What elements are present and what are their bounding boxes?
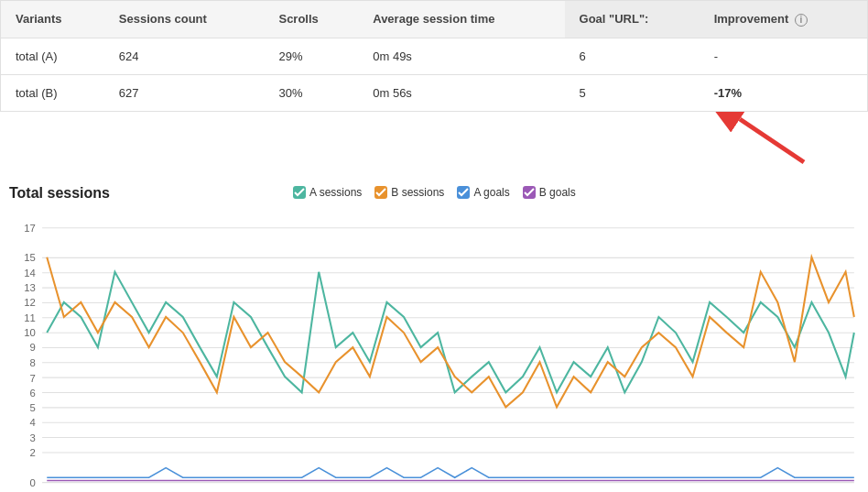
chart-legend: A sessions B sessions A goals B goals: [293, 186, 576, 199]
a-goals-line: [47, 467, 854, 477]
line-chart: 0 2 3 4 5 6 7 8 9 10 11 12 13 14 15 17: [9, 218, 859, 492]
svg-text:14: 14: [24, 268, 36, 279]
svg-text:5: 5: [30, 401, 36, 412]
legend-b-sessions-label: B sessions: [391, 186, 444, 199]
legend-a-sessions[interactable]: A sessions: [293, 186, 362, 199]
legend-b-sessions-color: [374, 186, 387, 199]
variant-a-improvement: -: [700, 38, 868, 74]
variant-a-name: total (A): [1, 38, 104, 74]
red-arrow-svg: [712, 112, 822, 167]
variant-b-name: total (B): [1, 74, 104, 111]
variant-a-scrolls: 29%: [264, 38, 358, 74]
legend-a-goals-label: A goals: [473, 186, 509, 199]
svg-text:6: 6: [30, 387, 36, 398]
variant-b-scrolls: 30%: [264, 74, 358, 111]
col-header-avg-time: Average session time: [358, 1, 564, 38]
improvement-info-icon[interactable]: i: [795, 14, 808, 27]
svg-text:7: 7: [30, 372, 36, 383]
legend-a-sessions-color: [293, 186, 306, 199]
svg-text:11: 11: [24, 312, 36, 323]
legend-a-goals-color: [457, 186, 470, 199]
variant-b-sessions: 627: [104, 74, 265, 111]
variant-a-sessions: 624: [104, 38, 265, 74]
col-header-scrolls: Scrolls: [264, 1, 358, 38]
variant-a-goal: 6: [565, 38, 700, 74]
col-header-goal: Goal "URL":: [565, 1, 700, 38]
col-header-improvement: Improvement i: [700, 1, 868, 38]
svg-text:13: 13: [24, 282, 36, 293]
svg-text:9: 9: [30, 342, 36, 353]
variants-table: Variants Sessions count Scrolls Average …: [0, 0, 868, 112]
chart-wrapper: 0 2 3 4 5 6 7 8 9 10 11 12 13 14 15 17: [9, 218, 859, 492]
col-header-variants: Variants: [1, 1, 104, 38]
svg-text:8: 8: [30, 357, 36, 368]
b-sessions-line: [47, 257, 854, 407]
arrow-annotation: [0, 112, 868, 167]
variant-b-avg-time: 0m 56s: [358, 74, 564, 111]
chart-section: Total sessions A sessions B sessions A g…: [0, 167, 868, 492]
table-row: total (B) 627 30% 0m 56s 5 -17%: [1, 74, 868, 111]
col-header-sessions: Sessions count: [104, 1, 265, 38]
legend-b-goals-label: B goals: [539, 186, 576, 199]
chart-title: Total sessions: [9, 185, 110, 202]
legend-a-goals[interactable]: A goals: [457, 186, 509, 199]
variant-b-goal: 5: [565, 74, 700, 111]
svg-text:0: 0: [30, 476, 36, 487]
svg-text:12: 12: [24, 297, 36, 308]
svg-line-1: [740, 119, 804, 162]
svg-text:15: 15: [24, 251, 36, 262]
svg-text:2: 2: [30, 446, 36, 457]
variant-b-improvement: -17%: [700, 74, 868, 111]
legend-b-goals-color: [523, 186, 536, 199]
legend-a-sessions-label: A sessions: [309, 186, 362, 199]
svg-text:10: 10: [24, 327, 36, 338]
legend-b-sessions[interactable]: B sessions: [374, 186, 444, 199]
table-row: total (A) 624 29% 0m 49s 6 -: [1, 38, 868, 74]
legend-b-goals[interactable]: B goals: [523, 186, 576, 199]
variant-a-avg-time: 0m 49s: [358, 38, 564, 74]
svg-text:17: 17: [24, 222, 36, 233]
a-sessions-line: [47, 271, 854, 391]
svg-text:4: 4: [30, 416, 37, 427]
svg-text:3: 3: [30, 432, 36, 443]
